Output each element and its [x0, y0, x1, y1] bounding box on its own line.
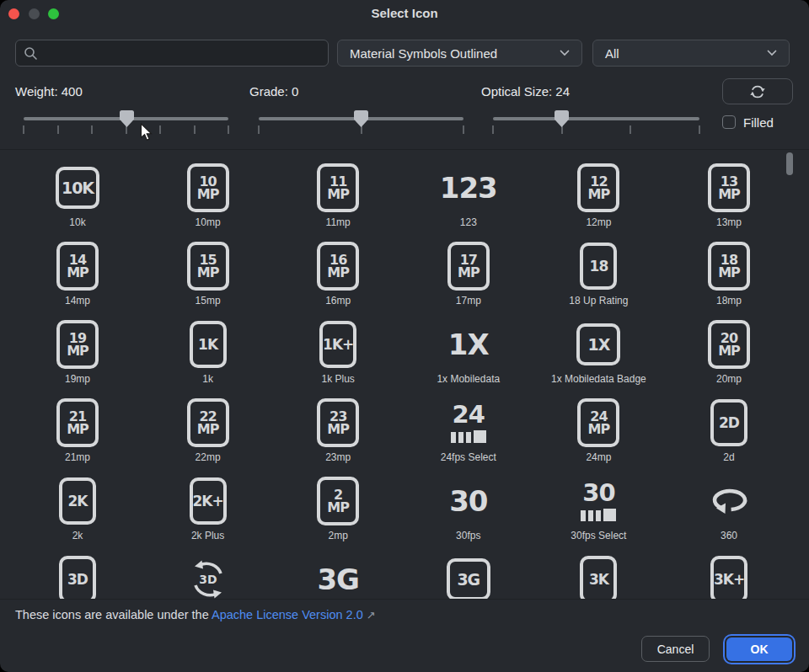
zoom-button[interactable]: [48, 8, 59, 19]
icon-cell[interactable]: 3K+: [664, 554, 794, 600]
icon-cell[interactable]: 22MP22mp: [143, 397, 273, 476]
icon-cell[interactable]: 1X1x Mobiledata Badge: [533, 319, 663, 397]
slider-tick: [258, 125, 260, 134]
icon-glyph: 2D: [710, 397, 747, 448]
grade-label: Grade: 0: [249, 84, 298, 99]
icon-glyph: 1X: [576, 319, 620, 370]
slider-tick: [23, 125, 24, 134]
icon-label: 30fps: [456, 530, 480, 541]
icon-label: 2d: [723, 451, 734, 463]
icon-glyph: 22MP: [187, 397, 229, 448]
slider-tick: [194, 125, 196, 134]
icon-glyph: 18MP: [708, 241, 750, 291]
icon-label: 13mp: [716, 216, 742, 228]
search-input[interactable]: [45, 45, 320, 61]
icon-cell[interactable]: 10MP10mp: [143, 163, 273, 241]
icon-label: 24fps Select: [441, 451, 496, 463]
category-filter-select[interactable]: All: [592, 40, 790, 67]
icon-cell[interactable]: 23MP23mp: [273, 397, 403, 476]
icon-cell[interactable]: 15MP15mp: [143, 241, 273, 319]
external-link-icon: ↗: [367, 609, 376, 621]
icon-glyph: 14MP: [56, 241, 99, 291]
icon-cell[interactable]: 21MP21mp: [13, 397, 142, 476]
grade-slider-thumb[interactable]: [353, 109, 369, 128]
icon-cell[interactable]: 13MP13mp: [664, 163, 794, 241]
close-button[interactable]: [8, 8, 19, 19]
font-family-value: Material Symbols Outlined: [350, 46, 497, 61]
icon-label: 1k: [202, 373, 213, 385]
icon-cell[interactable]: 123123: [404, 163, 533, 241]
icon-cell[interactable]: 3D: [13, 554, 142, 600]
icon-cell[interactable]: 2D2d: [664, 397, 794, 476]
icon-label: 123: [460, 216, 477, 228]
icon-cell[interactable]: 2424fps Select: [404, 397, 533, 476]
ok-button[interactable]: OK: [726, 637, 792, 661]
mouse-cursor: [140, 123, 153, 145]
slider-tick: [630, 125, 631, 134]
icon-cell[interactable]: 3K: [533, 554, 663, 600]
icon-cell[interactable]: 16MP16mp: [273, 241, 403, 319]
slider-tick: [492, 125, 494, 134]
icon-cell[interactable]: 3G: [404, 554, 533, 600]
icon-cell[interactable]: 360: [664, 476, 794, 554]
icon-label: 2mp: [329, 530, 348, 541]
icon-glyph: 3D: [188, 554, 228, 600]
icon-cell[interactable]: 17MP17mp: [404, 241, 533, 319]
optical-size-slider-track[interactable]: [493, 117, 699, 120]
icon-cell[interactable]: 18MP18mp: [664, 241, 794, 319]
icon-cell[interactable]: 1818 Up Rating: [533, 241, 663, 319]
icon-glyph: 123: [440, 163, 497, 213]
icon-cell[interactable]: 1K+1k Plus: [273, 319, 403, 397]
icon-cell[interactable]: 3030fps: [404, 476, 533, 554]
icon-cell[interactable]: 10K10k: [13, 163, 142, 241]
icon-glyph: 24: [451, 397, 486, 448]
weight-slider-thumb[interactable]: [119, 109, 135, 128]
license-link[interactable]: Apache License Version 2.0: [212, 608, 363, 621]
icon-cell[interactable]: 11MP11mp: [273, 163, 403, 241]
icon-label: 21mp: [65, 451, 90, 463]
icon-cell[interactable]: 20MP20mp: [664, 319, 794, 397]
icon-cell[interactable]: 12MP12mp: [533, 163, 663, 241]
icon-glyph: 1K+: [319, 319, 356, 370]
filled-checkbox[interactable]: [722, 115, 736, 129]
reset-button[interactable]: [722, 78, 793, 104]
icon-label: 20mp: [716, 373, 742, 385]
icon-cell[interactable]: 3D: [143, 554, 273, 600]
slider-tick: [228, 125, 229, 134]
icon-label: 10k: [69, 216, 85, 228]
icon-cell[interactable]: 2MP2mp: [273, 476, 403, 554]
icon-cell[interactable]: 1X1x Mobiledata: [404, 319, 533, 397]
icon-cell[interactable]: 2K+2k Plus: [143, 476, 273, 554]
cancel-button[interactable]: Cancel: [641, 636, 710, 662]
title-bar: Select Icon: [0, 0, 809, 27]
icon-cell[interactable]: 3030fps Select: [533, 476, 663, 554]
icon-cell[interactable]: 14MP14mp: [13, 241, 142, 319]
select-icon-dialog: Select Icon Material Symbols Outlined Al…: [0, 0, 809, 672]
slider-tick: [463, 125, 464, 134]
slider-tick: [57, 125, 59, 134]
chevron-down-icon: [560, 50, 570, 56]
icon-label: 11mp: [326, 216, 351, 228]
minimize-button[interactable]: [29, 8, 40, 19]
icon-label: 30fps Select: [571, 530, 626, 541]
icon-cell[interactable]: 19MP19mp: [13, 319, 142, 397]
icon-glyph: 15MP: [187, 241, 229, 291]
icon-glyph: 24MP: [577, 397, 619, 448]
filled-checkbox-label: Filled: [743, 115, 774, 130]
icon-cell[interactable]: 1K1k: [143, 319, 273, 397]
icon-glyph: 30: [449, 476, 487, 526]
icon-cell[interactable]: 2K2k: [13, 476, 142, 554]
icon-label: 360: [721, 530, 737, 541]
icon-cell[interactable]: 3G: [273, 554, 403, 600]
icon-glyph: 17MP: [447, 241, 490, 291]
icon-glyph: 10K: [56, 163, 99, 213]
font-family-select[interactable]: Material Symbols Outlined: [337, 40, 582, 67]
search-field[interactable]: [15, 40, 329, 67]
icon-glyph: 3G: [317, 554, 359, 600]
icon-label: 19mp: [65, 373, 90, 385]
icon-cell[interactable]: 24MP24mp: [533, 397, 663, 476]
icon-glyph: 2K: [59, 476, 96, 526]
optical-size-slider-thumb[interactable]: [554, 109, 570, 128]
icon-label: 15mp: [196, 295, 221, 307]
icon-glyph: [707, 476, 751, 526]
